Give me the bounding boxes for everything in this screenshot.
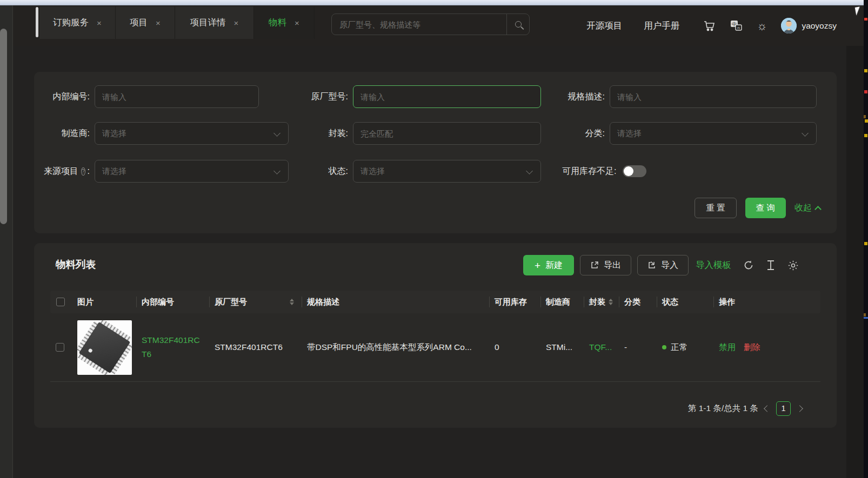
package-label: 封装:	[305, 128, 353, 139]
tab-project[interactable]: 项目 ×	[116, 6, 175, 39]
plus-icon: +	[535, 260, 540, 271]
global-search	[331, 14, 530, 35]
select-all-checkbox[interactable]	[56, 298, 65, 306]
minimap-marker	[864, 69, 867, 72]
collapse-link[interactable]: 收起	[794, 203, 820, 214]
avatar[interactable]	[781, 18, 797, 33]
internal-no-link[interactable]: STM32F401RCT6	[142, 333, 203, 361]
chevron-down-icon	[273, 130, 281, 137]
search-button[interactable]	[506, 14, 529, 35]
status-label: 状态:	[305, 166, 353, 177]
source-project-select[interactable]: 请选择	[95, 160, 289, 183]
filter-row-1: 内部编号: 原厂型号: 规格描述:	[34, 85, 837, 108]
category-select[interactable]: 请选择	[610, 122, 817, 145]
part-image[interactable]	[77, 320, 132, 375]
minimap-marker	[864, 115, 866, 118]
low-stock-label: 可用库存不足:	[562, 166, 623, 177]
row-height-icon[interactable]	[766, 260, 776, 271]
col-available-stock: 可用库存	[489, 291, 540, 313]
browser-top-strip	[0, 0, 864, 5]
app-window: 订购服务 × 项目 × 项目详情 × 物料 × 开源项目 用户	[0, 0, 868, 478]
chevron-up-icon	[814, 206, 822, 213]
sort-icon[interactable]	[609, 299, 613, 305]
mpn-field	[353, 85, 541, 108]
disable-action[interactable]: 禁用	[719, 342, 736, 353]
question-icon[interactable]: ?	[81, 167, 85, 176]
page-number-button[interactable]: 1	[776, 401, 791, 416]
reset-button[interactable]: 重 置	[695, 198, 736, 218]
import-icon	[647, 261, 656, 270]
mpn-value: STM32F401RCT6	[215, 342, 283, 352]
manufacturer-select[interactable]: 请选择	[95, 122, 289, 145]
filter-row-3: 来源项目?: 请选择 状态: 请选择 可用库存不足:	[34, 160, 837, 183]
tab-materials[interactable]: 物料 ×	[254, 6, 315, 39]
stock-value: 0	[495, 342, 499, 352]
refresh-icon[interactable]	[743, 260, 754, 271]
close-icon[interactable]: ×	[97, 19, 102, 27]
prev-page-icon[interactable]	[764, 405, 771, 412]
query-button[interactable]: 查 询	[745, 198, 786, 218]
tab-scroll-indicator	[36, 7, 38, 37]
tab-label: 物料	[269, 17, 286, 29]
description-value: 带DSP和FPU的高性能基本型系列ARM Co...	[307, 342, 472, 353]
vertical-scrollbar-thumb[interactable]	[0, 29, 7, 224]
materials-list-panel: 物料列表 + 新建 导出 导入	[34, 243, 837, 428]
tab-label: 订购服务	[53, 17, 89, 29]
spec-input[interactable]	[610, 86, 816, 107]
close-icon[interactable]: ×	[234, 19, 239, 27]
close-icon[interactable]: ×	[156, 19, 161, 27]
global-search-input[interactable]	[332, 14, 506, 35]
spec-field	[610, 85, 817, 108]
minimap-marker	[865, 119, 868, 123]
table-header-row: 图片 内部编号 原厂型号 规格描述 可用库存 制造商 封装 分类 状态 操作	[50, 291, 820, 313]
col-image: 图片	[72, 291, 136, 313]
username[interactable]: yaoyozsy	[802, 21, 837, 31]
status-badge: 正常	[671, 342, 687, 353]
col-manufacturer: 制造商	[540, 291, 584, 313]
internal-no-input[interactable]	[95, 86, 258, 107]
pagination: 第 1-1 条/总共 1 条 1	[688, 400, 802, 417]
source-project-label: 来源项目?:	[49, 166, 95, 177]
minimap-marker	[864, 90, 867, 93]
status-select[interactable]: 请选择	[353, 160, 541, 183]
import-template-link[interactable]: 导入模板	[696, 259, 731, 271]
tab-bar: 订购服务 × 项目 × 项目详情 × 物料 ×	[39, 6, 315, 39]
package-link[interactable]: TQF...	[589, 342, 612, 352]
package-input[interactable]	[353, 123, 540, 144]
import-button[interactable]: 导入	[637, 255, 689, 275]
delete-action[interactable]: 删除	[744, 342, 760, 353]
sort-icon[interactable]	[290, 299, 294, 305]
chevron-down-icon	[526, 167, 533, 174]
chip-graphic	[77, 320, 132, 375]
gear-icon[interactable]	[787, 260, 799, 271]
next-page-icon[interactable]	[796, 405, 803, 412]
open-source-link[interactable]: 开源项目	[586, 20, 622, 32]
mpn-label: 原厂型号:	[305, 91, 353, 103]
user-manual-link[interactable]: 用户手册	[644, 20, 679, 32]
internal-no-field	[95, 85, 259, 108]
create-button[interactable]: + 新建	[523, 255, 574, 275]
export-button[interactable]: 导出	[580, 255, 631, 275]
mpn-input[interactable]	[353, 86, 540, 107]
tab-project-detail[interactable]: 项目详情 ×	[175, 6, 254, 39]
col-mpn: 原厂型号	[209, 291, 302, 313]
tab-order-service[interactable]: 订购服务 ×	[39, 6, 116, 39]
language-switch-icon[interactable]: 中 n	[730, 19, 743, 32]
filter-row-2: 制造商: 请选择 封装: 分类: 请选择	[34, 122, 837, 145]
left-gutter	[0, 5, 13, 478]
chevron-down-icon	[273, 167, 281, 174]
col-package: 封装	[584, 291, 619, 313]
close-icon[interactable]: ×	[295, 19, 299, 27]
cart-icon[interactable]	[703, 20, 716, 32]
theme-sun-icon[interactable]: ☼	[757, 20, 767, 31]
col-internal-no: 内部编号	[136, 291, 209, 313]
low-stock-toggle[interactable]	[623, 165, 646, 177]
category-label: 分类:	[562, 128, 610, 139]
minimap-marker	[864, 242, 867, 245]
filter-actions: 重 置 查 询 收起	[695, 198, 820, 218]
search-icon	[515, 21, 522, 28]
page-title: 物料列表	[56, 258, 96, 271]
minimap-scrollbar[interactable]	[864, 0, 868, 478]
minimap-marker	[864, 313, 866, 317]
row-checkbox[interactable]	[56, 343, 64, 352]
